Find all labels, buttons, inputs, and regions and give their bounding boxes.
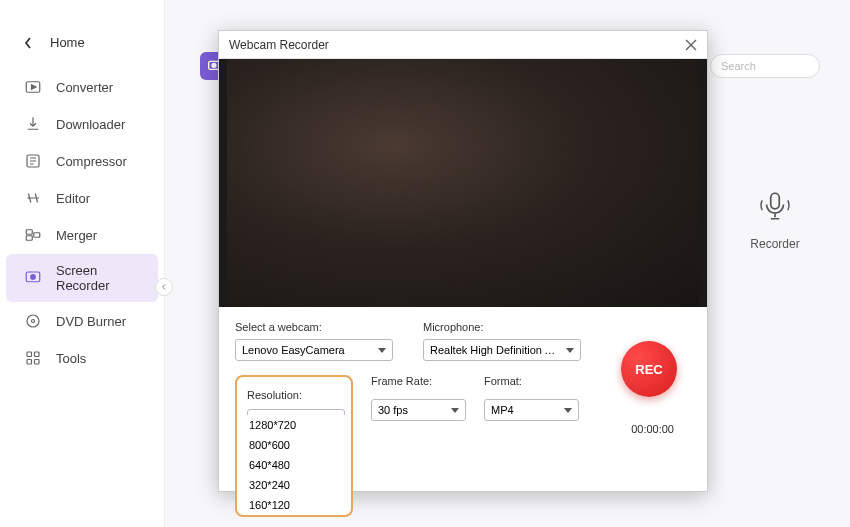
screen-recorder-icon — [24, 269, 42, 287]
sidebar-item-merger[interactable]: Merger — [6, 217, 158, 253]
webcam-select[interactable]: Lenovo EasyCamera — [235, 339, 393, 361]
modal-title: Webcam Recorder — [229, 38, 329, 52]
microphone-label: Microphone: — [423, 321, 581, 333]
webcam-recorder-modal: Webcam Recorder Select a webcam: Lenovo … — [218, 30, 708, 492]
search-placeholder: Search — [721, 60, 756, 72]
webcam-preview — [219, 59, 707, 307]
svg-marker-11 — [32, 85, 37, 90]
audio-recorder-label: Recorder — [730, 237, 820, 251]
merger-icon — [24, 226, 42, 244]
modal-header: Webcam Recorder — [219, 31, 707, 59]
dvd-icon — [24, 312, 42, 330]
webcam-label: Select a webcam: — [235, 321, 393, 333]
format-label: Format: — [484, 375, 579, 387]
svg-rect-15 — [34, 233, 40, 238]
chevron-left-icon — [24, 37, 32, 49]
framerate-select[interactable]: 30 fps — [371, 399, 466, 421]
svg-rect-20 — [27, 352, 32, 357]
back-home[interactable]: Home — [0, 25, 164, 68]
editor-icon — [24, 189, 42, 207]
record-button[interactable]: REC — [621, 341, 677, 397]
resolution-label: Resolution: — [247, 389, 302, 401]
resolution-option[interactable]: 160*120 — [237, 495, 351, 515]
resolution-option[interactable]: 320*240 — [237, 475, 351, 495]
svg-point-19 — [32, 320, 35, 323]
resolution-dropdown: 1280*720 800*600 640*480 320*240 160*120 — [235, 415, 353, 517]
recording-timer: 00:00:00 — [631, 423, 674, 435]
sidebar: Home Converter Downloader Compressor Edi… — [0, 0, 165, 527]
sidebar-item-converter[interactable]: Converter — [6, 69, 158, 105]
download-icon — [24, 115, 42, 133]
sidebar-item-tools[interactable]: Tools — [6, 340, 158, 376]
back-label: Home — [50, 35, 85, 50]
tools-icon — [24, 349, 42, 367]
svg-rect-23 — [35, 360, 40, 365]
sidebar-item-dvd-burner[interactable]: DVD Burner — [6, 303, 158, 339]
nav-label: Screen Recorder — [56, 263, 140, 293]
nav-label: Merger — [56, 228, 97, 243]
framerate-label: Frame Rate: — [371, 375, 466, 387]
audio-recorder-card[interactable]: Recorder — [730, 185, 820, 251]
nav-label: DVD Burner — [56, 314, 126, 329]
record-label: REC — [635, 362, 662, 377]
converter-icon — [24, 78, 42, 96]
svg-point-18 — [27, 315, 39, 327]
sidebar-item-downloader[interactable]: Downloader — [6, 106, 158, 142]
format-value: MP4 — [491, 404, 514, 416]
nav-label: Editor — [56, 191, 90, 206]
sidebar-item-screen-recorder[interactable]: Screen Recorder — [6, 254, 158, 302]
resolution-option[interactable]: 640*480 — [237, 455, 351, 475]
nav-label: Converter — [56, 80, 113, 95]
sidebar-item-compressor[interactable]: Compressor — [6, 143, 158, 179]
microphone-value: Realtek High Definition Audio — [430, 344, 560, 356]
sidebar-collapse-handle[interactable] — [155, 278, 173, 296]
svg-rect-21 — [35, 352, 40, 357]
nav-label: Compressor — [56, 154, 127, 169]
svg-rect-13 — [26, 230, 32, 235]
svg-point-17 — [31, 275, 36, 280]
format-select[interactable]: MP4 — [484, 399, 579, 421]
svg-point-25 — [212, 63, 216, 67]
modal-close-button[interactable] — [685, 39, 697, 51]
webcam-value: Lenovo EasyCamera — [242, 344, 345, 356]
microphone-icon — [754, 185, 796, 227]
sidebar-item-editor[interactable]: Editor — [6, 180, 158, 216]
resolution-option[interactable]: 1280*720 — [237, 415, 351, 435]
compressor-icon — [24, 152, 42, 170]
svg-rect-26 — [771, 193, 780, 209]
framerate-value: 30 fps — [378, 404, 408, 416]
nav-label: Downloader — [56, 117, 125, 132]
svg-rect-14 — [26, 236, 32, 241]
microphone-select[interactable]: Realtek High Definition Audio — [423, 339, 581, 361]
search-input[interactable]: Search — [710, 54, 820, 78]
svg-rect-22 — [27, 360, 32, 365]
resolution-option[interactable]: 800*600 — [237, 435, 351, 455]
nav-label: Tools — [56, 351, 86, 366]
